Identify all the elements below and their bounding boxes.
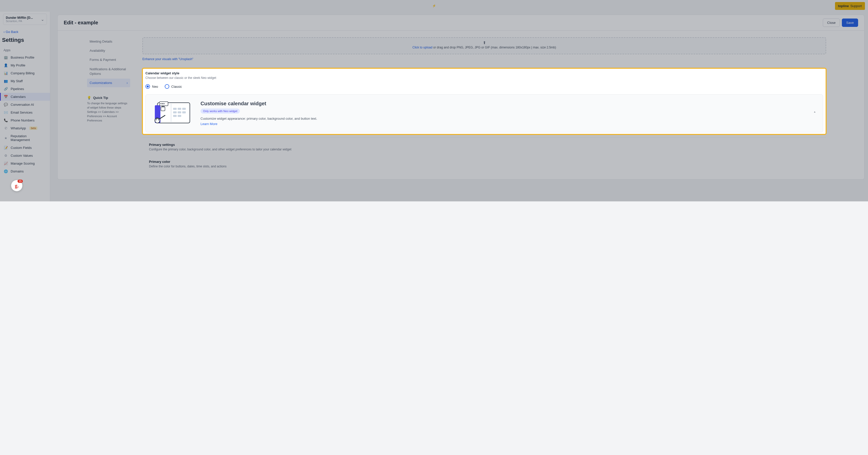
- radio-neo[interactable]: Neo: [146, 84, 158, 89]
- sidebar-item-email-services[interactable]: ✉️Email Services: [0, 108, 50, 117]
- sidebar-item-label: My Profile: [11, 63, 25, 67]
- radio-classic[interactable]: Classic: [165, 84, 182, 89]
- bulb-icon: 💡: [87, 96, 91, 100]
- customize-card-title: Customise calendar widget: [200, 101, 807, 106]
- sidebar-item-phone-numbers[interactable]: 📞Phone Numbers: [0, 117, 50, 124]
- org-selector[interactable]: Dunder Mifflin [D... Scranton, PA ⌄: [3, 14, 47, 25]
- upload-box[interactable]: ⬆ Click to upload or drag and drop PNG, …: [143, 37, 826, 54]
- svg-rect-13: [173, 111, 177, 113]
- svg-rect-14: [178, 111, 181, 113]
- nav-icon: ⚙: [4, 154, 8, 158]
- svg-point-4: [162, 103, 163, 104]
- topbar-center: ⚡: [432, 4, 436, 8]
- radio-classic-label: Classic: [171, 85, 182, 89]
- primary-color-block: Primary color Define the color for butto…: [143, 159, 826, 173]
- sidebar-item-label: Calendars: [11, 95, 26, 99]
- save-button[interactable]: Save: [842, 19, 858, 27]
- quicktip-body: To change the language settings of widge…: [87, 101, 130, 123]
- radio-dot-icon: [146, 84, 150, 89]
- sidebar-item-label: WhatsApp: [11, 126, 26, 130]
- sidebar-item-business-profile[interactable]: 🏢Business Profile: [0, 54, 50, 61]
- nav-icon: 📅: [4, 95, 8, 99]
- sidebar-item-label: Reputation Management: [11, 134, 46, 142]
- sidebar-item-my-staff[interactable]: 👥My Staff: [0, 77, 50, 85]
- bolt-icon: ⚡: [432, 4, 436, 8]
- svg-rect-16: [173, 115, 177, 117]
- svg-rect-12: [182, 108, 186, 110]
- support-brand: topline: [838, 4, 849, 8]
- topbar: ⚡ topline Support: [0, 0, 868, 12]
- main: Edit - example Close Save Meeting Detail…: [50, 12, 868, 201]
- svg-rect-11: [178, 108, 181, 110]
- sidebar-item-conversation-ai[interactable]: 💬Conversation AI: [0, 101, 50, 108]
- chevron-up-icon[interactable]: ˄: [814, 111, 816, 116]
- svg-rect-9: [163, 106, 164, 107]
- sidebar: Dunder Mifflin [D... Scranton, PA ⌄ ‹ Go…: [0, 12, 50, 201]
- sidebar-item-whatsapp[interactable]: ✆WhatsAppbeta: [0, 124, 50, 132]
- svg-rect-10: [173, 108, 177, 110]
- svg-rect-8: [162, 106, 163, 107]
- learn-more-link[interactable]: Learn More: [200, 122, 217, 126]
- nav-icon: ✉️: [4, 110, 8, 115]
- tab-meeting-details[interactable]: Meeting Details: [87, 37, 130, 46]
- tab-forms-payment[interactable]: Forms & Payment: [87, 56, 130, 64]
- sidebar-item-label: Phone Numbers: [11, 119, 34, 122]
- nav-icon: ★: [4, 136, 8, 140]
- sidebar-item-domains[interactable]: 🌐Domains: [0, 167, 50, 175]
- chevron-left-icon: ‹: [4, 30, 5, 34]
- widget-style-section: Calendar widget style Choose between our…: [142, 68, 827, 135]
- sidebar-item-manage-scoring[interactable]: 📈Manage Scoring: [0, 160, 50, 167]
- sidebar-item-calendars[interactable]: 📅Calendars: [0, 93, 50, 101]
- primary-settings-title: Primary settings: [149, 143, 819, 147]
- upload-icon: ⬆: [483, 40, 486, 45]
- tab-customizations[interactable]: Customizations ›: [87, 78, 130, 87]
- close-button[interactable]: Close: [823, 19, 840, 27]
- sidebar-item-label: Conversation AI: [11, 103, 34, 106]
- floating-badge[interactable]: g. 15: [11, 180, 22, 191]
- support-button[interactable]: topline Support: [835, 2, 865, 10]
- sidebar-item-label: Company Billing: [11, 71, 34, 75]
- upload-link[interactable]: Click to upload: [412, 46, 432, 49]
- nav-icon: 👤: [4, 63, 8, 67]
- sidebar-item-my-profile[interactable]: 👤My Profile: [0, 61, 50, 69]
- sidebar-item-label: Custom Values: [11, 154, 33, 158]
- config-tabs: Meeting Details Availability Forms & Pay…: [58, 37, 134, 179]
- go-back-link[interactable]: ‹ Go Back: [0, 27, 50, 35]
- sidebar-item-company-billing[interactable]: 📊Company Billing: [0, 69, 50, 77]
- primary-color-sub: Define the color for buttons, dates, tim…: [149, 165, 819, 168]
- customize-card: Customise calendar widget Only works wit…: [146, 94, 823, 132]
- unsplash-link[interactable]: Enhance your visuals with "Unsplash": [143, 57, 193, 61]
- sidebar-item-label: Custom Fields: [11, 146, 32, 150]
- nav-icon: 👥: [4, 79, 8, 83]
- sidebar-item-label: My Staff: [11, 79, 23, 83]
- org-name: Dunder Mifflin [D...: [6, 16, 39, 20]
- nav-group-label: Apps: [0, 47, 50, 54]
- svg-rect-17: [178, 115, 181, 117]
- tab-notifications[interactable]: Notifications & Additional Options: [87, 65, 130, 78]
- nav-icon: 📞: [4, 119, 8, 122]
- nav-icon: 🌐: [4, 169, 8, 173]
- page-header: Edit - example Close Save: [57, 15, 864, 31]
- svg-rect-7: [161, 107, 165, 111]
- go-back-label: Go Back: [6, 30, 18, 34]
- nav-icon: ✆: [4, 126, 8, 130]
- nav-list: 🏢Business Profile👤My Profile📊Company Bil…: [0, 54, 50, 201]
- sidebar-item-label: Manage Scoring: [11, 162, 35, 165]
- chevron-down-icon: ⌄: [41, 17, 44, 22]
- customize-card-desc: Customize widget appearance: primary col…: [200, 117, 807, 121]
- nav-icon: 📝: [4, 146, 8, 150]
- nav-icon: 🔗: [4, 87, 8, 91]
- sidebar-item-pipelines[interactable]: 🔗Pipelines: [0, 85, 50, 93]
- badge-count: 15: [18, 180, 23, 183]
- nav-icon: 📊: [4, 71, 8, 75]
- sidebar-item-reputation-management[interactable]: ★Reputation Management: [0, 132, 50, 144]
- sidebar-item-custom-values[interactable]: ⚙Custom Values: [0, 152, 50, 160]
- tab-availability[interactable]: Availability: [87, 46, 130, 55]
- sidebar-item-label: Domains: [11, 169, 24, 173]
- sidebar-item-custom-fields[interactable]: 📝Custom Fields: [0, 144, 50, 152]
- svg-point-5: [163, 103, 164, 104]
- nav-icon: 💬: [4, 103, 8, 106]
- primary-settings-block: Primary settings Configure the primary c…: [143, 137, 826, 156]
- primary-settings-sub: Configure the primary color, background …: [149, 148, 819, 151]
- widget-style-title: Calendar widget style: [146, 71, 823, 75]
